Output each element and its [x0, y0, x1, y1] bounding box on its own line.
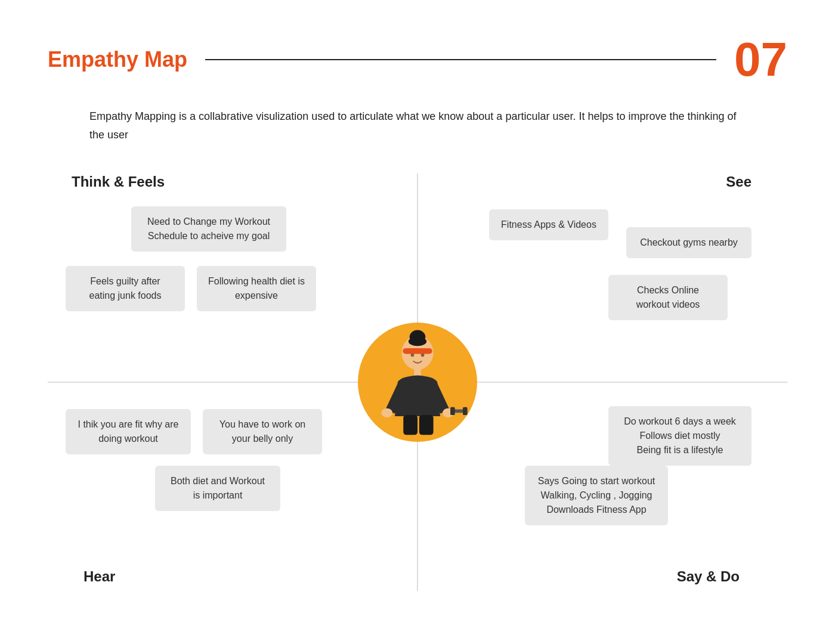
- svg-point-4: [411, 354, 415, 357]
- empathy-map: Think & Feels See Hear Say & Do: [48, 174, 787, 591]
- card-health-diet: Following health diet is expensive: [197, 266, 316, 311]
- card-feels-guilty: Feels guilty after eating junk foods: [66, 266, 185, 311]
- card-thik-fit: I thik you are fit why are doing workout: [66, 409, 191, 454]
- card-change-workout: Need to Change my Workout Schedule to ac…: [131, 206, 286, 252]
- svg-point-5: [421, 354, 425, 357]
- card-online-workout: Checks Online workout videos: [608, 275, 728, 320]
- header: Empathy Map 07: [48, 36, 787, 83]
- svg-point-7: [381, 408, 392, 417]
- svg-rect-3: [403, 348, 432, 354]
- page-title: Empathy Map: [48, 47, 187, 72]
- svg-rect-12: [403, 415, 418, 435]
- label-hear: Hear: [84, 568, 115, 585]
- label-think-feels: Think & Feels: [72, 174, 165, 190]
- svg-rect-11: [463, 407, 468, 415]
- card-says-going: Says Going to start workout Walking, Cyc…: [525, 466, 668, 525]
- label-see: See: [726, 174, 752, 190]
- card-checkout-gyms: Checkout gyms nearby: [626, 227, 752, 258]
- card-both-diet: Both diet and Workout is important: [155, 466, 280, 511]
- label-say-do: Say & Do: [677, 568, 740, 585]
- card-belly: You have to work on your belly only: [203, 409, 322, 454]
- svg-rect-10: [450, 407, 455, 415]
- description-text: Empathy Mapping is a collabrative visuli…: [89, 107, 746, 144]
- page: Empathy Map 07 Empathy Mapping is a coll…: [0, 0, 835, 644]
- svg-rect-13: [419, 415, 434, 435]
- header-line: [205, 59, 716, 60]
- avatar: [358, 323, 477, 442]
- page-number: 07: [734, 36, 787, 83]
- card-fitness-apps: Fitness Apps & Videos: [489, 209, 608, 240]
- svg-point-2: [409, 337, 426, 346]
- card-do-workout: Do workout 6 days a week Follows diet mo…: [608, 406, 752, 466]
